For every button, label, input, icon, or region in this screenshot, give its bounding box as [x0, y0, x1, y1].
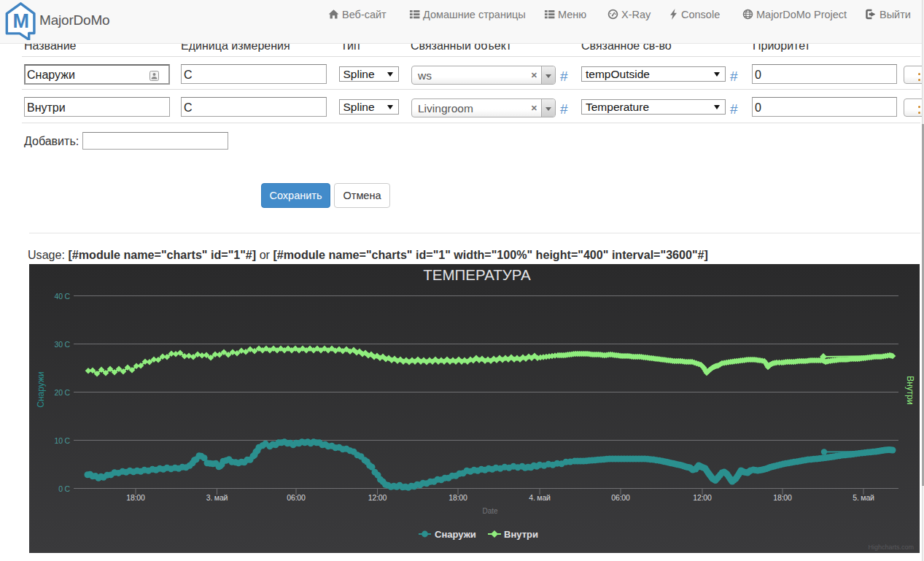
- svg-text:06:00: 06:00: [611, 493, 630, 502]
- svg-text:M: M: [13, 10, 30, 32]
- svg-text:10 C: 10 C: [55, 436, 71, 445]
- svg-text:3. май: 3. май: [206, 493, 228, 502]
- svg-text:Highcharts.com: Highcharts.com: [868, 543, 914, 551]
- svg-text:Внутри: Внутри: [905, 376, 915, 405]
- svg-text:18:00: 18:00: [773, 493, 792, 502]
- svg-text:12:00: 12:00: [368, 493, 387, 502]
- svg-text:30 C: 30 C: [55, 340, 71, 349]
- svg-text:18:00: 18:00: [126, 493, 145, 502]
- svg-text:Внутри: Внутри: [504, 529, 538, 540]
- svg-text:12:00: 12:00: [693, 493, 712, 502]
- svg-text:4. май: 4. май: [529, 493, 551, 502]
- svg-text:Date: Date: [482, 507, 498, 515]
- svg-text:06:00: 06:00: [287, 493, 306, 502]
- svg-text:20 C: 20 C: [55, 388, 71, 397]
- svg-text:18:00: 18:00: [449, 493, 467, 502]
- svg-text:ТЕМПЕРАТУРА: ТЕМПЕРАТУРА: [423, 266, 531, 283]
- svg-text:40 C: 40 C: [55, 292, 71, 301]
- svg-text:Снаружи: Снаружи: [435, 529, 476, 540]
- svg-text:5. май: 5. май: [853, 493, 874, 502]
- svg-text:0 C: 0 C: [58, 484, 70, 493]
- svg-text:Снаружи: Снаружи: [36, 371, 46, 407]
